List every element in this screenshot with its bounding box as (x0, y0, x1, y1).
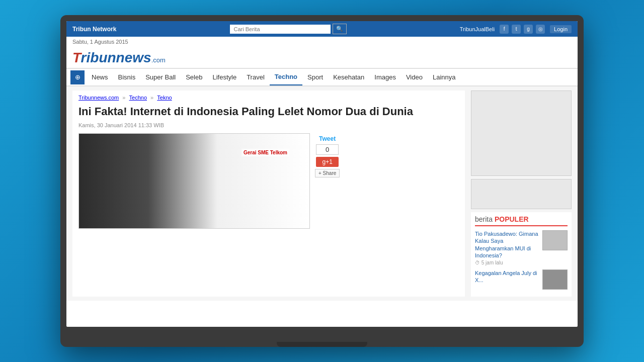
clock-icon: ⏱ (475, 260, 480, 265)
search-input[interactable] (230, 25, 331, 34)
top-bar: Tribun Network 🔍 TribunJualBeli f t g ◎ … (66, 21, 578, 37)
article-title: Ini Fakta! Internet di Indonesia Paling … (78, 105, 459, 119)
popular-item-2-title[interactable]: Kegagalan Angela July di X... (475, 269, 539, 284)
monitor-screen: Tribun Network 🔍 TribunJualBeli f t g ◎ … (66, 21, 578, 327)
popular-item-1-time-text: 5 jam lalu (481, 260, 503, 265)
website: Tribun Network 🔍 TribunJualBeli f t g ◎ … (66, 21, 578, 327)
monitor: Tribun Network 🔍 TribunJualBeli f t g ◎ … (60, 15, 584, 347)
facebook-icon[interactable]: f (500, 25, 509, 34)
nav-seleb[interactable]: Seleb (181, 69, 207, 85)
popular-item-1: Tio Pakusadewo: Gimana Kalau Saya Mengha… (475, 230, 568, 265)
svg-rect-11 (250, 194, 270, 229)
social-share: Tweet 0 g+1 + Share (315, 133, 340, 229)
breadcrumb-home[interactable]: Tribunnews.com (78, 95, 119, 101)
nav-travel[interactable]: Travel (242, 69, 270, 85)
search-area: 🔍 (230, 24, 347, 34)
breadcrumb-sep2: » (150, 95, 155, 101)
nav-kesehatan[interactable]: Kesehatan (328, 69, 369, 85)
ad-box-top (471, 90, 572, 176)
svg-rect-7 (109, 204, 165, 229)
nav-home-icon[interactable]: ⊕ (70, 70, 85, 84)
top-bar-right: TribunJualBeli f t g ◎ Login (460, 25, 572, 34)
popular-thumb-1 (542, 230, 568, 250)
logo-T: T (72, 50, 81, 65)
date-text: Sabtu, 1 Agustus 2015 (72, 39, 128, 45)
network-name: Tribun Network (72, 26, 116, 33)
breadcrumb: Tribunnews.com » Techno » Tekno (78, 95, 459, 101)
popular-header: berita POPULER (475, 215, 568, 226)
logo-news: news (116, 50, 151, 66)
main-content: Tribunnews.com » Techno » Tekno Ini Fakt… (66, 86, 578, 301)
nav-news[interactable]: News (87, 69, 113, 85)
ad-box-small (471, 179, 572, 209)
article-image-row: Gerai SME Telkom Tweet 0 g+1 + Share (78, 133, 459, 229)
svg-text:Gerai SME Telkom: Gerai SME Telkom (205, 160, 244, 165)
tweet-count: 0 (316, 144, 339, 155)
article-image: Gerai SME Telkom (78, 133, 310, 229)
nav-bisnis[interactable]: Bisnis (113, 69, 141, 85)
svg-point-5 (122, 149, 157, 184)
popular-item-1-time: ⏱ 5 jam lalu (475, 260, 539, 265)
rss-icon[interactable]: ◎ (536, 25, 545, 34)
logo[interactable]: Tribun news .com (72, 50, 572, 66)
social-icons: f t g ◎ (500, 25, 545, 34)
googleplus-icon[interactable]: g (524, 25, 533, 34)
svg-rect-2 (180, 134, 310, 229)
popular-header-berita: berita (475, 215, 493, 223)
login-button[interactable]: Login (550, 25, 572, 33)
article-meta: Kamis, 30 Januari 2014 11:33 WIB (78, 122, 459, 128)
nav-video[interactable]: Video (401, 69, 428, 85)
nav-bar: ⊕ News Bisnis Super Ball Seleb Lifestyle… (66, 68, 578, 86)
twitter-icon[interactable]: t (512, 25, 521, 34)
nav-techno[interactable]: Techno (270, 69, 302, 85)
svg-rect-0 (79, 134, 310, 229)
article-area: Tribunnews.com » Techno » Tekno Ini Fakt… (72, 90, 465, 297)
popular-item-1-text: Tio Pakusadewo: Gimana Kalau Saya Mengha… (475, 230, 539, 265)
logo-dotcom: .com (151, 56, 166, 64)
svg-point-10 (250, 174, 270, 194)
monitor-stand (292, 327, 352, 342)
breadcrumb-techno[interactable]: Techno (129, 95, 147, 101)
svg-rect-3 (185, 144, 235, 184)
popular-item-1-title[interactable]: Tio Pakusadewo: Gimana Kalau Saya Mengha… (475, 230, 539, 259)
nav-sport[interactable]: Sport (302, 69, 328, 85)
popular-section: berita POPULER Tio Pakusadewo: Gimana Ka… (471, 212, 572, 297)
logo-tribun: Tribun (72, 50, 116, 66)
share-button[interactable]: + Share (315, 169, 340, 177)
popular-header-populer: POPULER (495, 215, 529, 223)
gplus-button[interactable]: g+1 (316, 157, 339, 167)
nav-superball[interactable]: Super Ball (140, 69, 181, 85)
popular-thumb-2 (542, 269, 568, 290)
svg-rect-8 (114, 207, 159, 226)
nav-lifestyle[interactable]: Lifestyle (207, 69, 242, 85)
popular-item-2: Kegagalan Angela July di X... (475, 269, 568, 290)
nav-images[interactable]: Images (369, 69, 401, 85)
tribun-jualbeli-link[interactable]: TribunJualBeli (460, 26, 495, 32)
monitor-base (277, 342, 367, 347)
date-bar: Sabtu, 1 Agustus 2015 (66, 37, 578, 47)
search-button[interactable]: 🔍 (333, 24, 347, 34)
breadcrumb-tekno[interactable]: Tekno (157, 95, 172, 101)
breadcrumb-sep1: » (122, 95, 127, 101)
svg-rect-6 (119, 184, 159, 229)
popular-item-2-text: Kegagalan Angela July di X... (475, 269, 539, 284)
sidebar: berita POPULER Tio Pakusadewo: Gimana Ka… (471, 90, 572, 297)
svg-rect-1 (79, 134, 180, 229)
logo-area: Tribun news .com (66, 47, 578, 68)
tweet-label: Tweet (319, 135, 336, 142)
article-photo: Gerai SME Telkom (79, 134, 310, 229)
nav-lainnya[interactable]: Lainnya (428, 69, 461, 85)
svg-rect-4 (195, 149, 225, 174)
